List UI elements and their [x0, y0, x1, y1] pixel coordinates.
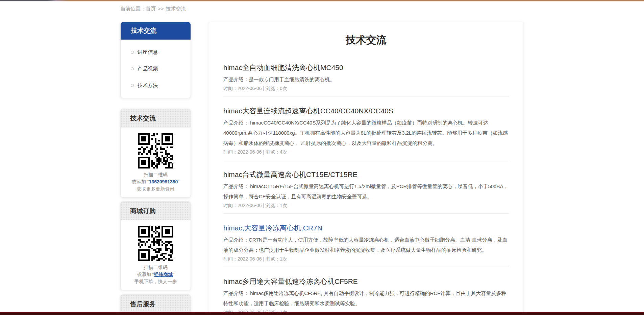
wechat-phone-number: 13620981380: [149, 179, 178, 184]
wechat-qr-code-icon: [138, 133, 173, 168]
wechat-caption-line3: 获取更多更新资讯: [121, 185, 191, 193]
shop-mall-link[interactable]: 经纬商城: [154, 272, 173, 277]
wechat-box-title: 技术交流: [121, 109, 191, 128]
wechat-qr-caption: 扫描二维码 或添加 “13620981380” 获取更多更新资讯: [121, 171, 191, 193]
article-list: himac全自动血细胞清洗离心机MC450产品介绍：是一款专门用于血细胞清洗的离…: [223, 53, 509, 315]
sidebar: 技术交流 讲座信息产品视频技术方法 技术交流 扫描二维码 或添加 “136209…: [120, 22, 191, 315]
shop-caption-line2: 或添加 “经纬商城”: [121, 271, 191, 278]
article-meta: 时间：2022-06-06 | 浏览：4次: [223, 149, 509, 155]
article-item: himac大容量连续流超速离心机CC40/CC40NX/CC40S产品介绍： h…: [223, 96, 509, 160]
breadcrumb-prefix-label: 当前位置：: [120, 6, 146, 12]
shop-qr-caption: 扫描二维码 或添加 “经纬商城” 手机下单，快人一步: [121, 264, 191, 285]
shop-caption-suffix: ”: [173, 272, 174, 277]
article-title-link[interactable]: himac台式微量高速离心机CT15E/CT15RE: [223, 170, 509, 179]
after-sales-service-title: 售后服务: [121, 295, 191, 313]
article-meta: 时间：2022-06-06 | 浏览：0次: [223, 85, 509, 91]
sidebar-item-1[interactable]: 产品视频: [121, 61, 191, 77]
article-description: 产品介绍： himac多用途冷冻离心机CF5RE, 具有自动平衡设计，制冷能力强…: [223, 288, 509, 309]
wechat-caption-suffix: ”: [178, 179, 179, 184]
article-meta: 时间：2022-06-06 | 浏览：1次: [223, 256, 509, 262]
article-item: himac全自动血细胞清洗离心机MC450产品介绍：是一款专门用于血细胞清洗的离…: [223, 53, 509, 96]
page-title: 技术交流: [223, 33, 509, 46]
article-title-link[interactable]: himac,大容量冷冻离心机,CR7N: [223, 223, 509, 232]
breadcrumb-current-link[interactable]: 技术交流: [166, 6, 186, 12]
shop-qr-box: 商城订购 扫描二维码 或添加 “经纬商城” 手机下单，快人一步: [120, 201, 191, 290]
article-item: himac,大容量冷冻离心机,CR7N产品介绍：CR7N是一台功率大，使用方便，…: [223, 213, 509, 267]
page-layout: 技术交流 讲座信息产品视频技术方法 技术交流 扫描二维码 或添加 “136209…: [120, 22, 644, 315]
article-description: 产品介绍： himacCC40/CC40NX/CC40S系列是为了纯化大容量的微…: [223, 118, 509, 148]
after-sales-service-box: 售后服务: [120, 294, 191, 315]
sidebar-item-label: 技术方法: [138, 82, 158, 89]
top-bar: [0, 0, 644, 1]
circle-bullet-icon: [131, 84, 134, 87]
article-meta: 时间：2022-06-06 | 浏览：1次: [223, 202, 509, 208]
article-description: 产品介绍：CR7N是一台功率大，使用方便，故障率低的大容量冷冻离心机，适合血液中…: [223, 235, 509, 255]
sidebar-item-label: 讲座信息: [138, 49, 158, 55]
breadcrumb-home-link[interactable]: 首页: [146, 6, 156, 12]
circle-bullet-icon: [131, 67, 134, 70]
sidebar-item-0[interactable]: 讲座信息: [121, 44, 191, 61]
breadcrumb-separator: >>: [158, 6, 164, 12]
shop-caption-line1: 扫描二维码: [121, 264, 191, 271]
wechat-caption-prefix: 或添加 “: [132, 179, 149, 184]
article-description: 产品介绍： himacCT15RE/15E台式微量高速离心机可进行1.5/2ml…: [223, 181, 509, 202]
shop-box-title: 商城订购: [121, 202, 191, 220]
sidebar-item-label: 产品视频: [138, 66, 158, 72]
breadcrumb: 当前位置：首页>>技术交流: [120, 6, 644, 12]
shop-qr-code-icon: [138, 226, 173, 261]
article-item: himac多用途大容量低速冷冻离心机CF5RE产品介绍： himac多用途冷冻离…: [223, 267, 509, 315]
sidebar-nav-title: 技术交流: [121, 22, 191, 40]
wechat-qr-box: 技术交流 扫描二维码 或添加 “13620981380” 获取更多更新资讯: [120, 109, 191, 198]
shop-caption-line3: 手机下单，快人一步: [121, 278, 191, 285]
bottom-bar: [0, 312, 644, 315]
article-item: himac台式微量高速离心机CT15E/CT15RE产品介绍： himacCT1…: [223, 160, 509, 213]
article-title-link[interactable]: himac多用途大容量低速冷冻离心机CF5RE: [223, 277, 509, 286]
wechat-caption-line1: 扫描二维码: [121, 171, 191, 178]
sidebar-nav-list: 讲座信息产品视频技术方法: [121, 40, 191, 98]
article-title-link[interactable]: himac全自动血细胞清洗离心机MC450: [223, 63, 509, 72]
sidebar-nav-box: 技术交流 讲座信息产品视频技术方法: [120, 22, 191, 98]
circle-bullet-icon: [131, 51, 134, 54]
shop-caption-prefix: 或添加 “: [137, 272, 154, 277]
sidebar-item-2[interactable]: 技术方法: [121, 77, 191, 94]
article-title-link[interactable]: himac大容量连续流超速离心机CC40/CC40NX/CC40S: [223, 106, 509, 115]
article-description: 产品介绍：是一款专门用于血细胞清洗的离心机。: [223, 74, 509, 85]
wechat-caption-line2: 或添加 “13620981380”: [121, 178, 191, 185]
content-card: 技术交流 himac全自动血细胞清洗离心机MC450产品介绍：是一款专门用于血细…: [209, 22, 523, 315]
